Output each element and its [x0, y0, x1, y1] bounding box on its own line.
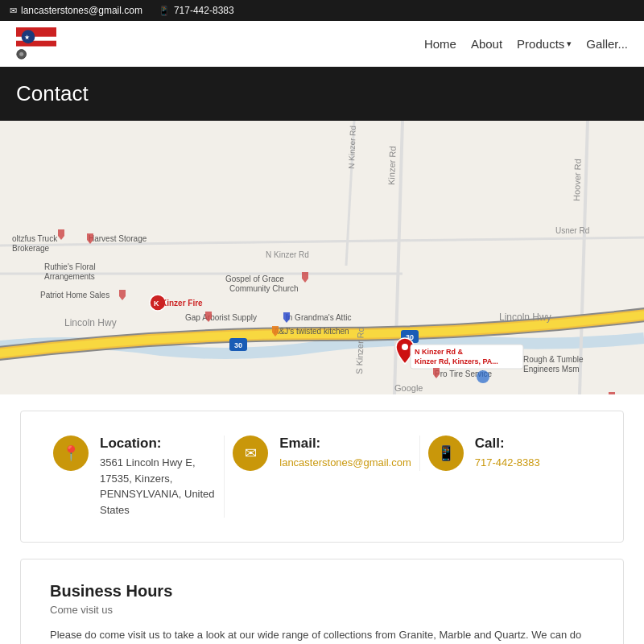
header: ★ Home About Products ▾ Galler...: [0, 21, 644, 67]
nav-home[interactable]: Home: [424, 37, 456, 51]
email-icon: ✉: [10, 6, 17, 16]
page-title: Contact: [16, 81, 628, 106]
contact-info-card: 📍 Location: 3561 Lincoln Hwy E, 17535, K…: [20, 411, 624, 543]
svg-text:Kinzer Rd, Kinzers, PA...: Kinzer Rd, Kinzers, PA...: [415, 357, 498, 365]
nav-about[interactable]: About: [471, 37, 502, 51]
hours-title: Business Hours: [50, 582, 594, 601]
svg-text:Gospel of Grace: Gospel of Grace: [225, 275, 284, 283]
contact-call: 📱 Call: 717-442-8383: [420, 436, 599, 471]
svg-text:Hoover Rd: Hoover Rd: [572, 159, 583, 201]
nav-products[interactable]: Products ▾: [517, 37, 572, 51]
call-icon-circle: 📱: [428, 436, 464, 471]
logo-svg: ★: [16, 27, 56, 60]
svg-text:Kinzer Rd: Kinzer Rd: [386, 146, 398, 185]
top-bar-phone[interactable]: 📱 717-442-8383: [159, 5, 234, 16]
svg-point-6: [19, 52, 23, 56]
location-pin-icon: 📍: [62, 444, 80, 462]
chevron-down-icon: ▾: [567, 39, 572, 49]
svg-point-53: [477, 370, 489, 383]
svg-text:30: 30: [234, 341, 242, 349]
email-envelope-icon: ✉: [245, 444, 257, 462]
svg-text:K: K: [154, 299, 159, 308]
svg-text:N Kinzer Rd &: N Kinzer Rd &: [415, 348, 464, 356]
svg-text:Gap Arborist Supply: Gap Arborist Supply: [185, 313, 257, 322]
location-value: 3561 Lincoln Hwy E, 17535, Kinzers, PENN…: [100, 455, 216, 518]
svg-text:Brokerage: Brokerage: [12, 244, 50, 253]
svg-text:Ruthie's Floral: Ruthie's Floral: [44, 262, 96, 271]
phone-icon: 📱: [159, 6, 170, 16]
svg-text:In Grandma's Attic: In Grandma's Attic: [286, 313, 351, 322]
phone-mobile-icon: 📱: [437, 444, 455, 462]
map: 30 30 Kinzer Rd Hoover Rd N Kinzer Rd Li…: [0, 121, 644, 394]
svg-text:N Kinzer Rd: N Kinzer Rd: [266, 250, 309, 259]
svg-text:Usner Rd: Usner Rd: [555, 226, 589, 235]
email-icon-circle: ✉: [233, 436, 268, 471]
logo[interactable]: ★: [16, 27, 56, 60]
svg-rect-2: [16, 42, 56, 46]
svg-text:Harvest Storage: Harvest Storage: [89, 234, 147, 243]
svg-marker-58: [609, 392, 615, 394]
svg-text:Community Church: Community Church: [229, 284, 299, 293]
email-label: Email:: [279, 436, 411, 452]
call-label: Call:: [475, 436, 540, 452]
location-label: Location:: [100, 436, 216, 452]
svg-text:Lincoln Hwy: Lincoln Hwy: [499, 312, 551, 323]
svg-text:S Kinzer Rd: S Kinzer Rd: [354, 327, 365, 374]
contact-email: ✉ Email: lancasterstones@gmail.com: [225, 436, 419, 471]
svg-rect-7: [0, 121, 644, 394]
svg-text:Rough & Tumble: Rough & Tumble: [523, 355, 584, 364]
svg-text:Arrangements: Arrangements: [44, 272, 95, 281]
svg-text:A&J's twisted kitchen: A&J's twisted kitchen: [274, 327, 349, 336]
location-icon-circle: 📍: [53, 436, 89, 471]
svg-text:Kinzer Fire: Kinzer Fire: [161, 299, 203, 308]
svg-text:Advanced Trim &: Advanced Trim &: [531, 394, 592, 394]
page-title-bar: Contact: [0, 67, 644, 121]
svg-text:Engineers Msm: Engineers Msm: [523, 365, 579, 374]
nav-gallery[interactable]: Galler...: [586, 37, 628, 51]
top-bar-email[interactable]: ✉ lancasterstones@gmail.com: [10, 5, 142, 16]
svg-text:N Kinzer Rd: N Kinzer Rd: [347, 126, 357, 169]
hours-description: Please do come visit us to take a look a…: [50, 627, 594, 644]
business-hours-card: Business Hours Come visit us Please do c…: [20, 559, 624, 644]
main-nav: Home About Products ▾ Galler...: [424, 37, 628, 51]
svg-point-47: [402, 344, 408, 350]
top-bar: ✉ lancasterstones@gmail.com 📱 717-442-83…: [0, 0, 644, 21]
hours-subtitle: Come visit us: [50, 604, 594, 616]
nav-products-label: Products: [517, 37, 564, 51]
svg-text:Lincoln Hwy: Lincoln Hwy: [64, 317, 117, 328]
svg-text:oltzfus Truck: oltzfus Truck: [12, 234, 58, 243]
map-container[interactable]: 30 30 Kinzer Rd Hoover Rd N Kinzer Rd Li…: [0, 121, 644, 394]
svg-text:Google: Google: [394, 383, 423, 393]
call-link[interactable]: 717-442-8383: [475, 456, 540, 469]
top-bar-phone-text: 717-442-8383: [174, 5, 234, 16]
contact-location: 📍 Location: 3561 Lincoln Hwy E, 17535, K…: [45, 436, 225, 518]
svg-text:Patriot Home Sales: Patriot Home Sales: [40, 291, 109, 299]
top-bar-email-text: lancasterstones@gmail.com: [21, 5, 142, 16]
svg-text:★: ★: [24, 33, 30, 41]
email-link[interactable]: lancasterstones@gmail.com: [279, 456, 411, 469]
